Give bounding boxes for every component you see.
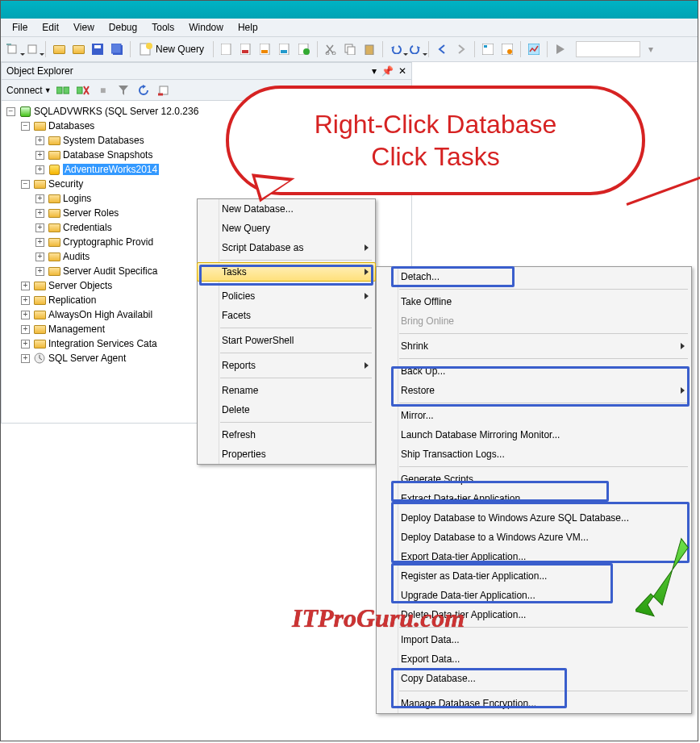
tree-logins[interactable]: Logins — [63, 193, 91, 204]
collapse-icon[interactable]: − — [21, 122, 30, 131]
task-generate-scripts[interactable]: Generate Scripts... — [377, 470, 691, 489]
expand-icon[interactable]: + — [21, 311, 30, 319]
task-manage-encryption[interactable]: Manage Database Encryption... — [377, 694, 691, 713]
dropdown-icon[interactable]: ▾ — [642, 40, 660, 58]
cut-icon[interactable] — [322, 40, 340, 58]
menu-edit[interactable]: Edit — [35, 20, 65, 35]
task-ship-logs[interactable]: Ship Transaction Logs... — [377, 445, 691, 464]
menu-window[interactable]: Window — [182, 20, 230, 35]
task-backup[interactable]: Back Up... — [377, 361, 691, 381]
menu-view[interactable]: View — [67, 20, 101, 35]
connect-icon[interactable] — [56, 85, 69, 96]
refresh-icon[interactable] — [137, 85, 150, 96]
tb-prop-icon[interactable] — [479, 40, 497, 58]
menu-help[interactable]: Help — [231, 20, 265, 35]
tb-4-icon[interactable] — [276, 40, 294, 58]
tree-creds[interactable]: Credentials — [63, 222, 112, 233]
save-all-icon[interactable] — [108, 40, 126, 58]
expand-icon[interactable]: + — [35, 238, 44, 247]
expand-icon[interactable]: + — [21, 354, 30, 363]
tb-1-icon[interactable] — [218, 40, 235, 58]
expand-icon[interactable]: + — [35, 151, 44, 160]
expand-icon[interactable]: + — [35, 267, 44, 276]
ctx-properties[interactable]: Properties — [198, 445, 375, 464]
expand-icon[interactable]: + — [35, 223, 44, 232]
ctx-reports[interactable]: Reports — [198, 356, 375, 375]
ctx-facets[interactable]: Facets — [198, 306, 375, 325]
task-deploy-azure-sql[interactable]: Deploy Database to Windows Azure SQL Dat… — [377, 508, 691, 528]
tree-serverroles[interactable]: Server Roles — [63, 207, 119, 219]
tb-2-icon[interactable] — [237, 40, 255, 58]
ctx-delete[interactable]: Delete — [198, 400, 375, 420]
tree-databases[interactable]: Databases — [48, 120, 94, 131]
ctx-script-database[interactable]: Script Database as — [198, 238, 375, 257]
expand-icon[interactable]: + — [35, 165, 44, 174]
pin-icon[interactable]: 📌 — [381, 65, 394, 77]
ctx-new-query[interactable]: New Query — [198, 219, 375, 238]
task-restore[interactable]: Restore — [377, 381, 691, 400]
nav-back-icon[interactable] — [433, 40, 451, 58]
menu-tools[interactable]: Tools — [145, 20, 181, 35]
task-mirror[interactable]: Mirror... — [377, 406, 691, 425]
connect-button[interactable]: Connect▼ — [6, 85, 52, 96]
open-folder-icon[interactable] — [69, 40, 87, 58]
ctx-rename[interactable]: Rename — [198, 381, 375, 400]
tree-crypto[interactable]: Cryptographic Provid — [63, 236, 153, 248]
tree-alwayson[interactable]: AlwaysOn High Availabil — [48, 309, 152, 320]
task-take-offline[interactable]: Take Offline — [377, 292, 691, 311]
collapse-icon[interactable]: − — [21, 180, 30, 189]
collapse-icon[interactable]: − — [6, 107, 15, 116]
ctx-tasks[interactable]: Tasks — [197, 262, 376, 282]
menu-debug[interactable]: Debug — [102, 20, 144, 35]
config-dropdown[interactable] — [576, 41, 640, 57]
add-icon[interactable] — [23, 40, 41, 58]
tree-sysdb[interactable]: System Databases — [63, 135, 144, 146]
tree-isc[interactable]: Integration Services Cata — [48, 338, 157, 349]
expand-icon[interactable]: + — [35, 136, 44, 145]
tree-sas[interactable]: Server Audit Specifica — [63, 265, 157, 277]
expand-icon[interactable]: + — [35, 194, 44, 203]
tree-adventureworks[interactable]: AdventureWorks2014 — [63, 164, 159, 175]
task-export-data[interactable]: Export Data... — [377, 649, 691, 669]
ctx-refresh[interactable]: Refresh — [198, 425, 375, 445]
expand-icon[interactable]: + — [21, 282, 30, 290]
task-detach[interactable]: Detach... — [377, 267, 691, 286]
expand-icon[interactable]: + — [35, 209, 44, 218]
tree-srvobj[interactable]: Server Objects — [48, 280, 112, 291]
task-copy-database[interactable]: Copy Database... — [377, 669, 691, 688]
tree-mgmt[interactable]: Management — [48, 323, 105, 335]
stop-icon[interactable]: ■ — [97, 85, 110, 96]
play-icon[interactable] — [552, 40, 569, 58]
tree-server[interactable]: SQLADVWRKS (SQL Server 12.0.236 — [34, 106, 198, 117]
expand-icon[interactable]: + — [21, 296, 30, 305]
menu-file[interactable]: File — [6, 20, 34, 35]
tree-repl[interactable]: Replication — [48, 294, 96, 306]
new-query-button[interactable]: New Query — [135, 43, 209, 56]
expand-icon[interactable]: + — [21, 325, 30, 334]
expand-icon[interactable]: + — [21, 340, 30, 349]
open-icon[interactable] — [50, 40, 68, 58]
ctx-policies[interactable]: Policies — [198, 286, 375, 306]
task-extract-dtap[interactable]: Extract Data-tier Application... — [377, 489, 691, 508]
expand-icon[interactable]: + — [35, 253, 44, 261]
disconnect-icon[interactable] — [77, 85, 90, 96]
tb-3-icon[interactable] — [256, 40, 274, 58]
task-launch-mirror-monitor[interactable]: Launch Database Mirroring Monitor... — [377, 425, 691, 445]
tree-audits[interactable]: Audits — [63, 251, 90, 262]
ctx-powershell[interactable]: Start PowerShell — [198, 331, 375, 350]
close-icon[interactable]: ✕ — [398, 65, 406, 77]
dropdown-icon[interactable]: ▾ — [372, 65, 377, 77]
tb-5-icon[interactable] — [295, 40, 313, 58]
filter-icon[interactable] — [117, 85, 130, 96]
nav-fwd-icon[interactable] — [452, 40, 470, 58]
activity-icon[interactable] — [525, 40, 543, 58]
tree-security[interactable]: Security — [48, 178, 83, 190]
paste-icon[interactable] — [360, 40, 378, 58]
task-shrink[interactable]: Shrink — [377, 336, 691, 356]
new-project-icon[interactable] — [4, 40, 22, 58]
redo-icon[interactable] — [406, 40, 424, 58]
tree-agent[interactable]: SQL Server Agent — [48, 353, 126, 364]
copy-icon[interactable] — [341, 40, 359, 58]
tree-snap[interactable]: Database Snapshots — [63, 149, 152, 161]
undo-icon[interactable] — [387, 40, 405, 58]
